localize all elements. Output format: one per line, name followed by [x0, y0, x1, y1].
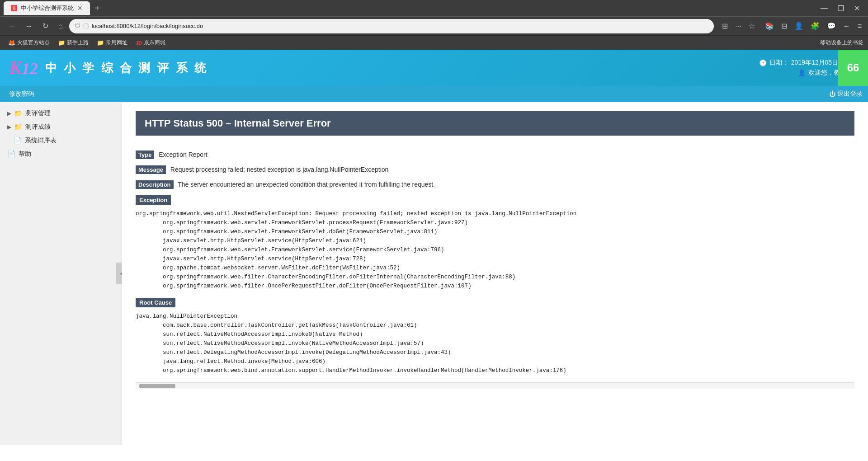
folder-icon: 📁 [58, 39, 65, 46]
description-label: Description [136, 180, 174, 189]
sidebar: ▶ 📁 测评管理 ▶ 📁 测评成绩 📄 系统排序表 📄 帮助 ◀ [0, 102, 122, 445]
doc-icon: 📄 [14, 136, 22, 145]
app-logo: K12 [9, 57, 38, 79]
expand-arrow-icon: ▶ [7, 124, 11, 130]
window-controls: — ❐ ✕ [816, 2, 864, 14]
error-type-section: Type Exception Report [136, 151, 854, 159]
type-value: Exception Report [159, 151, 207, 158]
active-tab[interactable]: K 中小学综合测评系统 ✕ [4, 1, 90, 15]
sidebar-item-eval-mgmt[interactable]: ▶ 📁 测评管理 [0, 107, 122, 120]
app-nav: 修改密码 ⏻ 退出登录 [0, 86, 868, 102]
folder-icon: 📁 [14, 123, 23, 131]
clock-icon: 🕐 [759, 59, 767, 66]
maximize-button[interactable]: ❐ [833, 2, 849, 14]
close-button[interactable]: ✕ [849, 2, 864, 14]
bookmark-newuser[interactable]: 📁 新手上路 [54, 37, 92, 48]
back-button[interactable]: ← [5, 20, 19, 32]
sync-icon[interactable]: 👤 [793, 20, 805, 32]
stacktrace: org.springframework.web.util.NestedServl… [136, 209, 854, 291]
logout-label: 退出登录 [837, 90, 863, 98]
description-value: The server encountered an unexpected con… [178, 181, 435, 188]
main-content: HTTP Status 500 – Internal Server Error … [122, 102, 868, 445]
bookmark-star-icon[interactable]: ☆ [747, 20, 757, 32]
avatar: 66 [838, 50, 868, 86]
user-icon: 👤 [798, 69, 806, 76]
library-icon[interactable]: 📚 [763, 20, 776, 32]
more-button[interactable]: ··· [733, 20, 743, 32]
sidebar-label: 系统排序表 [25, 136, 57, 145]
tab-bar: K 中小学综合测评系统 ✕ + — ❐ ✕ [0, 0, 868, 16]
error-message-section: Message Request processing failed; neste… [136, 165, 854, 174]
sidebar-item-eval-scores[interactable]: ▶ 📁 测评成绩 [0, 120, 122, 134]
tab-close-button[interactable]: ✕ [77, 5, 83, 12]
exception-badge: Exception [136, 195, 171, 205]
sidebar-collapse-handle[interactable]: ◀ [116, 263, 122, 284]
forward-button[interactable]: → [22, 20, 36, 32]
firefox-icon: 🦊 [8, 39, 15, 46]
bookmark-label: 常用网址 [106, 39, 127, 47]
extensions-icon[interactable]: 🧩 [809, 20, 821, 32]
type-label: Type [136, 151, 154, 159]
logout-link[interactable]: ⏻ 退出登录 [829, 90, 863, 98]
menu-icon[interactable]: ≡ [856, 20, 863, 32]
sidebar-item-help[interactable]: 📄 帮助 [0, 147, 122, 161]
sidebar-item-rank-table[interactable]: 📄 系统排序表 [0, 134, 122, 147]
sidebar-label: 帮助 [19, 150, 31, 158]
logo-k: K [9, 57, 22, 78]
bookmark-label: 京东商城 [144, 39, 165, 47]
folder-icon: 📁 [14, 109, 23, 118]
root-cause-section: Root Cause java.lang.NullPointerExceptio… [136, 298, 854, 375]
root-cause-badge: Root Cause [136, 298, 175, 307]
screenshot-icon[interactable]: ⊞ [720, 20, 730, 32]
bookmarks-bar: 🦊 火狐官方站点 📁 新手上路 📁 常用网址 JD 京东商城 移动设备上的书签 [0, 35, 868, 50]
mobile-bookmarks[interactable]: 移动设备上的书签 [820, 39, 863, 47]
power-icon: ⏻ [829, 90, 835, 98]
bookmark-label: 火狐官方站点 [17, 39, 50, 47]
security-icon: 🛡 [75, 23, 80, 29]
root-cause-stacktrace: java.lang.NullPointerException com.back.… [136, 312, 854, 375]
home-button[interactable]: ⌂ [55, 20, 66, 32]
browser-toolbar: ← → ↻ ⌂ 🛡 ⓘ ⊞ ··· ☆ 📚 ⊟ 👤 🧩 💬 ← ≡ [0, 16, 868, 35]
minimize-button[interactable]: — [816, 2, 832, 14]
horizontal-scrollbar-thumb[interactable] [139, 384, 175, 388]
address-bar[interactable]: 🛡 ⓘ [69, 19, 714, 33]
app-title: 中 小 学 综 合 测 评 系 统 [45, 60, 208, 76]
jd-icon: JD [136, 40, 142, 46]
doc-icon: 📄 [7, 150, 16, 158]
sidebar-label: 测评成绩 [25, 123, 51, 131]
tab-title: 中小学综合测评系统 [21, 4, 74, 12]
horizontal-scrollbar[interactable] [136, 382, 854, 389]
reload-button[interactable]: ↻ [39, 20, 52, 32]
new-tab-button[interactable]: + [92, 3, 103, 14]
app-body: ▶ 📁 测评管理 ▶ 📁 测评成绩 📄 系统排序表 📄 帮助 ◀ HTTP St… [0, 102, 868, 445]
bookmark-firefox[interactable]: 🦊 火狐官方站点 [5, 37, 53, 48]
folder-icon: 📁 [97, 39, 104, 46]
sidebar-panel-icon[interactable]: ⊟ [779, 20, 789, 32]
bookmark-common[interactable]: 📁 常用网址 [93, 37, 131, 48]
error-title: HTTP Status 500 – Internal Server Error [136, 111, 854, 136]
error-exception-section: Exception org.springframework.web.util.N… [136, 195, 854, 291]
url-input[interactable] [92, 23, 709, 29]
browser-chrome: K 中小学综合测评系统 ✕ + — ❐ ✕ ← → ↻ ⌂ 🛡 ⓘ ⊞ ··· … [0, 0, 868, 50]
expand-arrow-icon: ▶ [7, 110, 11, 117]
tab-favicon: K [11, 5, 17, 11]
bookmark-jd[interactable]: JD 京东商城 [132, 37, 169, 48]
logo-12: 12 [22, 60, 38, 78]
history-back-icon[interactable]: ← [841, 20, 852, 32]
change-password-link[interactable]: 修改密码 [5, 88, 38, 100]
message-label: Message [136, 165, 166, 174]
toolbar-icons: ⊞ ··· ☆ [720, 20, 756, 32]
messages-icon[interactable]: 💬 [825, 20, 838, 32]
error-description-section: Description The server encountered an un… [136, 180, 854, 189]
sidebar-label: 测评管理 [25, 109, 51, 118]
browser-extra-icons: 📚 ⊟ 👤 🧩 💬 ← ≡ [763, 20, 863, 32]
error-divider [136, 143, 854, 143]
bookmark-label: 新手上路 [67, 39, 89, 47]
date-label: 日期： [769, 59, 788, 67]
app-header: K12 中 小 学 综 合 测 评 系 统 🕐 日期： 2019年12月05日 … [0, 50, 868, 86]
message-value: Request processing failed; nested except… [170, 166, 389, 173]
info-icon: ⓘ [83, 22, 89, 30]
